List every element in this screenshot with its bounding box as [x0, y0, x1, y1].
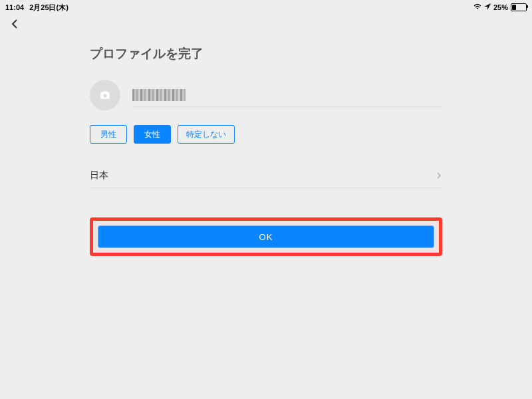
wifi-icon: [473, 3, 481, 11]
country-select[interactable]: 日本: [90, 164, 442, 188]
status-bar: 11:04 2月25日(木) 25%: [0, 0, 532, 13]
status-time: 11:04: [5, 3, 24, 11]
camera-icon: [98, 88, 112, 102]
name-value-redacted: [132, 89, 186, 101]
gender-option-unspecified[interactable]: 特定しない: [178, 125, 235, 144]
gender-label: 男性: [100, 129, 116, 140]
ok-label: OK: [259, 232, 273, 242]
location-icon: [484, 3, 491, 11]
gender-option-male[interactable]: 男性: [90, 125, 127, 144]
name-input[interactable]: [132, 84, 442, 107]
battery-icon: [511, 3, 527, 11]
page-title: プロファイルを完了: [90, 45, 442, 63]
country-value: 日本: [90, 170, 108, 182]
gender-label: 特定しない: [186, 129, 226, 140]
svg-point-0: [103, 94, 106, 97]
gender-selector: 男性 女性 特定しない: [90, 125, 442, 144]
gender-label: 女性: [144, 129, 160, 140]
status-date: 2月25日(木): [29, 3, 68, 13]
chevron-left-icon: [9, 19, 20, 29]
ok-highlight-box: OK: [90, 217, 442, 256]
ok-button[interactable]: OK: [98, 225, 434, 248]
avatar-upload[interactable]: [90, 80, 120, 110]
chevron-right-icon: [436, 170, 442, 182]
back-button[interactable]: [9, 19, 25, 35]
battery-pct: 25%: [493, 3, 508, 11]
gender-option-female[interactable]: 女性: [134, 125, 171, 144]
